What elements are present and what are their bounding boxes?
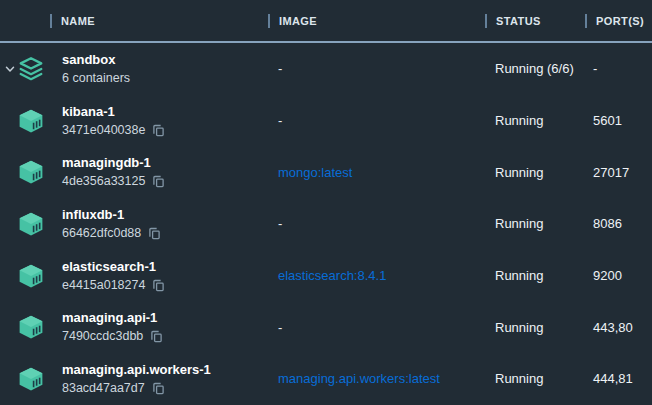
group-name: sandbox: [62, 50, 130, 69]
table-row[interactable]: elasticsearch-1 e4415a018274 elasticsear…: [0, 250, 652, 302]
ports-value: 9200: [585, 268, 652, 283]
container-cube-icon: [18, 159, 44, 185]
column-header-name[interactable]: NAME: [0, 14, 268, 28]
container-name: managing.api.workers-1: [62, 360, 211, 379]
copy-icon[interactable]: [152, 382, 165, 395]
group-subtitle: 6 containers: [62, 69, 130, 88]
ports-value: 443,80: [585, 320, 652, 335]
table-row[interactable]: kibana-1 3471e040038e - Running 5601: [0, 95, 652, 147]
copy-icon[interactable]: [150, 330, 163, 343]
table-header: NAME IMAGE STATUS PORT(S): [0, 0, 652, 43]
chevron-down-icon[interactable]: [4, 63, 16, 75]
ports-value: -: [585, 61, 652, 76]
copy-icon[interactable]: [152, 175, 165, 188]
container-id: e4415a018274: [62, 276, 145, 295]
container-cube-icon: [18, 263, 44, 289]
image-value[interactable]: elasticsearch:8.4.1: [278, 268, 386, 283]
name-cell: managing.api-1 7490ccdc3dbb: [0, 301, 268, 353]
status-value: Running: [485, 216, 585, 231]
image-value[interactable]: -: [278, 320, 282, 335]
container-id: 66462dfc0d88: [62, 224, 141, 243]
container-id: 3471e040038e: [62, 121, 145, 140]
container-name: managingdb-1: [62, 153, 165, 172]
container-name: elasticsearch-1: [62, 257, 165, 276]
ports-value: 27017: [585, 165, 652, 180]
container-name: kibana-1: [62, 102, 165, 121]
name-cell: kibana-1 3471e040038e: [0, 95, 268, 147]
name-cell: influxdb-1 66462dfc0d88: [0, 198, 268, 250]
column-header-ports[interactable]: PORT(S): [585, 14, 652, 28]
container-cube-icon: [18, 366, 44, 392]
stack-icon: [18, 56, 44, 82]
container-name: influxdb-1: [62, 205, 161, 224]
name-cell: managing.api.workers-1 83acd47aa7d7: [0, 353, 268, 405]
ports-value: 5601: [585, 113, 652, 128]
container-id: 4de356a33125: [62, 172, 145, 191]
image-value[interactable]: mongo:latest: [278, 165, 352, 180]
status-value: Running: [485, 268, 585, 283]
image-value[interactable]: -: [278, 113, 282, 128]
container-id: 7490ccdc3dbb: [62, 327, 143, 346]
status-value: Running: [485, 165, 585, 180]
table-row[interactable]: influxdb-1 66462dfc0d88 - Running 8086: [0, 198, 652, 250]
copy-icon[interactable]: [152, 279, 165, 292]
table-row[interactable]: managingdb-1 4de356a33125 mongo:latest R…: [0, 146, 652, 198]
container-cube-icon: [18, 108, 44, 134]
container-id: 83acd47aa7d7: [62, 379, 145, 398]
container-cube-icon: [18, 314, 44, 340]
table-row-group[interactable]: sandbox 6 containers - Running (6/6) -: [0, 43, 652, 95]
status-value: Running: [485, 320, 585, 335]
name-cell: managingdb-1 4de356a33125: [0, 146, 268, 198]
name-cell: elasticsearch-1 e4415a018274: [0, 250, 268, 302]
ports-value: 444,81: [585, 371, 652, 386]
status-value: Running (6/6): [485, 61, 585, 76]
image-value: -: [278, 61, 282, 76]
container-cube-icon: [18, 211, 44, 237]
copy-icon[interactable]: [152, 124, 165, 137]
image-value[interactable]: -: [278, 216, 282, 231]
name-cell: sandbox 6 containers: [0, 43, 268, 95]
table-row[interactable]: managing.api-1 7490ccdc3dbb - Running 44…: [0, 301, 652, 353]
column-header-status[interactable]: STATUS: [485, 14, 585, 28]
status-value: Running: [485, 371, 585, 386]
container-name: managing.api-1: [62, 308, 163, 327]
containers-list: NAME IMAGE STATUS PORT(S) sandbox 6 cont…: [0, 0, 652, 405]
ports-value: 8086: [585, 216, 652, 231]
table-body: sandbox 6 containers - Running (6/6) - k…: [0, 43, 652, 405]
copy-icon[interactable]: [148, 227, 161, 240]
image-value[interactable]: managing.api.workers:latest: [278, 371, 440, 386]
column-header-image[interactable]: IMAGE: [268, 14, 485, 28]
table-row[interactable]: managing.api.workers-1 83acd47aa7d7 mana…: [0, 353, 652, 405]
status-value: Running: [485, 113, 585, 128]
